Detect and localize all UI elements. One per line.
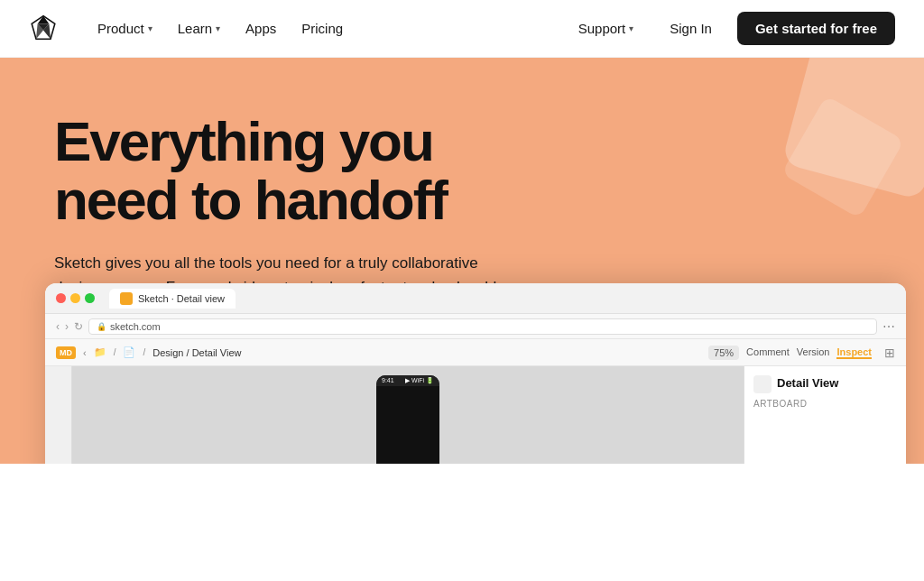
browser-canvas: 9:41 ▶ WiFi 🔋 [72,366,744,464]
breadcrumb-separator-1: / [114,347,116,357]
browser-tab[interactable]: Sketch · Detail view [109,289,236,309]
browser-tab-title: Sketch · Detail view [138,293,225,304]
zoom-control[interactable]: 75% [708,346,739,360]
nav-item-product[interactable]: Product ▾ [87,14,163,43]
logo[interactable] [29,14,58,43]
get-started-button[interactable]: Get started for free [737,12,895,45]
inspector-artboard-label: ARTBOARD [753,399,897,409]
md-badge: MD [56,346,76,359]
zoom-level: 75% [714,347,734,358]
file-icon: 📄 [123,346,135,358]
signin-label: Sign In [670,21,712,36]
browser-address-bar-row: ‹ › ↻ 🔒 sketch.com ⋯ [45,314,906,339]
inspector-title-row: Detail View [753,375,897,393]
breadcrumb-separator-2: / [143,347,145,357]
hero-section: Everything you need to handoff Sketch gi… [0,58,924,464]
nav-left: Product ▾ Learn ▾ Apps Pricing [87,14,568,43]
nav-pricing-label: Pricing [301,21,343,36]
svg-marker-1 [38,15,50,23]
lock-icon: 🔒 [97,322,106,331]
browser-menu-icon[interactable]: ⋯ [882,319,895,334]
product-chevron-icon: ▾ [148,23,152,33]
browser-dots [56,293,95,303]
nav-learn-label: Learn [178,21,212,36]
phone-time: 9:41 [382,377,394,384]
support-button[interactable]: Support ▾ [568,14,645,43]
browser-main-content: 9:41 ▶ WiFi 🔋 Detail View ARTBOARD [45,366,906,464]
learn-chevron-icon: ▾ [216,23,220,33]
address-bar[interactable]: 🔒 sketch.com [88,318,877,335]
browser-inspector-panel: Detail View ARTBOARD [744,366,906,464]
support-chevron-icon: ▾ [629,23,633,33]
tab-comment[interactable]: Comment [746,346,790,359]
breadcrumb-text: Design / Detail View [152,347,241,358]
nav-product-label: Product [97,21,144,36]
inspector-component-icon [753,375,772,393]
arrow-left-icon: ‹ [83,347,87,358]
nav-item-apps[interactable]: Apps [235,14,287,43]
nav-item-pricing[interactable]: Pricing [291,14,354,43]
maximize-dot [85,293,95,303]
phone-mockup: 9:41 ▶ WiFi 🔋 [376,375,439,464]
folder-icon: 📁 [94,346,106,358]
nav-right: Support ▾ Sign In Get started for free [568,12,895,45]
nav-apps-label: Apps [245,21,276,36]
navbar: Product ▾ Learn ▾ Apps Pricing Support ▾… [0,0,924,58]
editor-tabs: Comment Version Inspect [746,346,872,359]
forward-arrow-icon[interactable]: › [65,320,69,333]
browser-mockup: Sketch · Detail view ‹ › ↻ 🔒 sketch.com … [45,283,906,464]
minimize-dot [70,293,80,303]
browser-toolbar: Sketch · Detail view [45,283,906,314]
refresh-icon[interactable]: ↻ [74,320,83,333]
phone-status-bar: 9:41 ▶ WiFi 🔋 [376,375,439,386]
phone-icons: ▶ WiFi 🔋 [405,377,434,384]
tab-favicon-icon [120,292,133,305]
tab-version[interactable]: Version [797,346,830,359]
hero-title: Everything you need to handoff [54,112,559,229]
nav-item-learn[interactable]: Learn ▾ [167,14,231,43]
support-label: Support [578,21,626,36]
hero-decoration [744,58,924,238]
inspect-icon: ⊞ [884,346,895,360]
back-arrow-icon[interactable]: ‹ [56,320,60,333]
tab-inspect[interactable]: Inspect [836,346,872,359]
close-dot [56,293,66,303]
inspector-title: Detail View [777,376,838,390]
get-started-label: Get started for free [755,21,877,36]
signin-button[interactable]: Sign In [659,14,723,43]
address-text: sketch.com [110,321,161,332]
browser-left-panel [45,366,72,464]
browser-content-bar: MD ‹ 📁 / 📄 / Design / Detail View 75% Co… [45,339,906,366]
